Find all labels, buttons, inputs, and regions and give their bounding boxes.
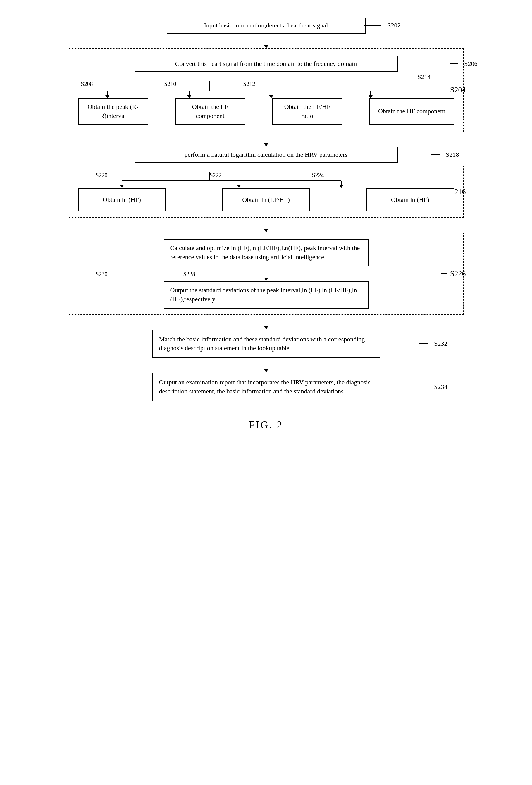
s226-text: Calculate and optimize ln (LF),ln (LF/HF… [170,244,360,260]
s226-box-wrapper: Calculate and optimize ln (LF),ln (LF/HF… [78,239,454,267]
s204-region: S204 Convert this heart signal from the … [69,48,463,132]
s208-text: Obtain the peak (R-R)interval [84,102,143,121]
s226-box: Calculate and optimize ln (LF),ln (LF/HF… [164,239,369,267]
s228-label-area: S228 [183,271,195,278]
s222-label-above: S222 [210,172,222,179]
s230-box: Output the standard deviations of the pe… [164,281,369,308]
s232-box: Match the basic information and these st… [152,330,380,358]
arrow-s232-svg [237,315,296,330]
svg-marker-26 [264,229,268,232]
arrow-to-s218 [47,132,485,147]
s234-row: Output an examination report that incorp… [47,373,485,401]
svg-marker-10 [269,95,273,98]
s210-box: Obtain the LF component [175,98,245,125]
s208-box: Obtain the peak (R-R)interval [78,98,148,125]
s210-text: Obtain the LF component [181,102,239,121]
three-boxes-row: Obtain ln (HF) Obtain ln (LF/HF) Obtain … [78,188,454,211]
s232-row: Match the basic information and these st… [47,330,485,358]
s202-arrow [364,23,387,28]
s234-box: Output an examination report that incorp… [152,373,380,401]
s202-label-area: S202 [364,22,400,29]
s210-label-above: S210 [164,81,176,87]
s234-text: Output an examination report that incorp… [159,378,371,395]
s212-box: Obtain the LF/HF ratio [272,98,343,125]
s214b-text: Obtain the HF component [378,107,445,116]
svg-marker-31 [264,326,268,330]
s216-region: S216 S220 [69,166,463,218]
s214-label-row: S214 [78,73,454,81]
s218-row: perform a natural logarithm calculation … [47,147,485,163]
branch-arrows-s204: S208 S210 S212 [78,81,454,98]
s234-label-area: S234 [420,383,447,391]
s232-text: Match the basic information and these st… [159,335,365,352]
s230-label-area: S230 [96,271,108,278]
arrow-s230-svg [237,267,296,281]
s218-label-area: S218 [431,151,459,158]
s230-row: S230 S228 Output the standard deviations… [78,281,454,308]
s220-text: Obtain ln (HF) [103,195,141,204]
arrow-1 [266,34,267,45]
s222-box: Obtain ln (LF/HF) [222,188,310,211]
svg-marker-6 [105,95,109,98]
svg-marker-14 [264,143,268,147]
s206-text: Convert this heart signal from the time … [175,60,357,67]
s224-text: Obtain ln (HF) [391,195,429,204]
s230-text: Output the standard deviations of the pe… [170,286,357,303]
s206-box: Convert this heart signal from the time … [134,56,398,72]
diagram-container: Input basic information,detect a heartbe… [47,18,485,431]
svg-marker-22 [237,184,241,188]
branch-arrows-s216: S220 S222 S224 [78,172,454,188]
s234-line [420,384,434,390]
s226-region: S226 Calculate and optimize ln (LF),ln (… [69,232,463,315]
s222-text: Obtain ln (LF/HF) [242,195,290,204]
s232-line [420,341,434,347]
s206-label: S206 [464,60,477,68]
s218-label: S218 [446,151,459,158]
s232-label: S232 [434,340,447,348]
arrowhead-1 [264,45,268,48]
arrow-to-s230 [78,267,454,281]
s218-box: perform a natural logarithm calculation … [134,147,398,163]
svg-marker-12 [369,95,373,98]
arrow-s218-svg [237,132,296,147]
arrow-to-s234 [47,358,485,373]
s220-box: Obtain ln (HF) [78,188,166,211]
arrow-s234-svg [237,358,296,373]
s214b-box: Obtain the HF component [370,98,454,125]
arrow-to-s226 [47,218,485,232]
s208-label-above: S208 [81,81,93,87]
svg-marker-24 [339,184,344,188]
s224-label-above: S224 [312,172,324,179]
svg-marker-29 [264,278,268,281]
s232-label-area: S232 [420,340,447,348]
svg-marker-34 [264,369,268,373]
arrow-to-s232 [47,315,485,330]
four-boxes-row: Obtain the peak (R-R)interval Obtain the… [78,98,454,125]
branch-svg-s216 [78,172,454,188]
s212-text: Obtain the LF/HF ratio [278,102,337,121]
s214-label: S214 [417,73,431,81]
s206-line [450,61,464,67]
s212-label-above: S212 [243,81,255,87]
s202-label: S202 [387,22,400,29]
s234-label: S234 [434,383,447,391]
fig-caption: FIG. 2 [249,419,283,431]
s218-line [431,152,446,158]
branch-svg-top [78,81,454,98]
s202-box: Input basic information,detect a heartbe… [167,18,365,34]
s218-text: perform a natural logarithm calculation … [184,151,348,158]
s202-text: Input basic information,detect a heartbe… [204,22,328,29]
svg-marker-20 [120,184,124,188]
s220-label-above: S220 [96,172,108,179]
s224-box: Obtain ln (HF) [366,188,454,211]
arrow-s226-svg [237,218,296,232]
s206-label-area: S206 [450,60,477,68]
svg-marker-8 [187,95,191,98]
